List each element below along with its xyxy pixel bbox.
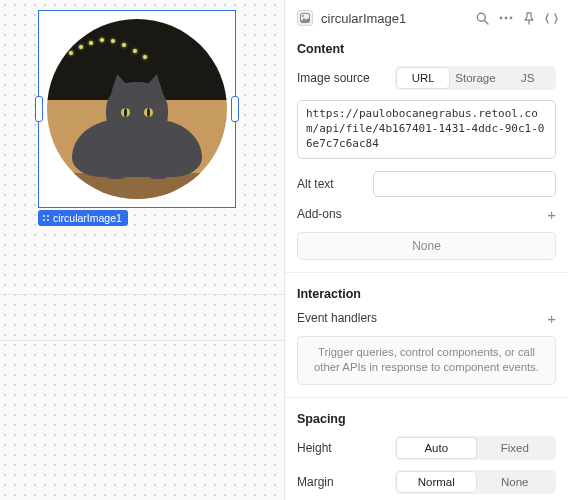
seg-margin-none[interactable]: None xyxy=(476,472,555,492)
svg-point-10 xyxy=(510,17,513,20)
expand-icon[interactable] xyxy=(545,13,558,24)
seg-margin-normal[interactable]: Normal xyxy=(397,472,476,492)
row-image-source: Image source URL Storage JS xyxy=(297,66,556,90)
label-addons: Add-ons xyxy=(297,207,342,221)
svg-point-1 xyxy=(47,215,49,217)
seg-js[interactable]: JS xyxy=(502,68,554,88)
string-lights-decor xyxy=(65,33,167,63)
segmented-height: Auto Fixed xyxy=(395,436,556,460)
row-event-handlers-header: Event handlers + xyxy=(297,311,556,326)
label-margin: Margin xyxy=(297,475,387,489)
search-icon[interactable] xyxy=(476,12,489,25)
svg-point-9 xyxy=(505,17,508,20)
add-event-handler-button[interactable]: + xyxy=(547,311,556,326)
row-margin: Margin Normal None xyxy=(297,470,556,494)
properties-panel: circularImage1 Content Image source URL … xyxy=(284,0,568,500)
component-type-icon xyxy=(297,10,313,26)
editor-canvas[interactable]: circularImage1 xyxy=(0,0,284,500)
seg-height-fixed[interactable]: Fixed xyxy=(476,438,555,458)
canvas-guide-line xyxy=(0,340,284,341)
seg-url[interactable]: URL xyxy=(397,68,449,88)
seg-height-auto[interactable]: Auto xyxy=(397,438,476,458)
circular-image xyxy=(47,19,227,199)
section-spacing: Spacing Height Auto Fixed Margin Normal … xyxy=(285,397,568,500)
seg-storage[interactable]: Storage xyxy=(449,68,501,88)
label-height: Height xyxy=(297,441,387,455)
svg-point-0 xyxy=(43,215,45,217)
label-image-source: Image source xyxy=(297,71,387,85)
section-content: Content Image source URL Storage JS http… xyxy=(285,34,568,268)
label-event-handlers: Event handlers xyxy=(297,311,377,325)
addons-empty-state[interactable]: None xyxy=(297,232,556,260)
row-height: Height Auto Fixed xyxy=(297,436,556,460)
canvas-guide-line xyxy=(0,294,284,295)
pin-icon[interactable] xyxy=(523,12,535,25)
section-interaction: Interaction Event handlers + Trigger que… xyxy=(285,272,568,394)
svg-point-5 xyxy=(302,15,304,17)
segmented-margin: Normal None xyxy=(395,470,556,494)
input-alt-text[interactable] xyxy=(373,171,556,197)
drag-handle-icon xyxy=(42,214,50,222)
label-alt-text: Alt text xyxy=(297,177,365,191)
row-alt-text: Alt text xyxy=(297,171,556,197)
section-title-content: Content xyxy=(297,42,556,56)
component-tag-label: circularImage1 xyxy=(53,212,122,224)
panel-title: circularImage1 xyxy=(321,11,468,26)
svg-point-2 xyxy=(43,219,45,221)
svg-point-8 xyxy=(500,17,503,20)
cat-illustration xyxy=(72,82,202,177)
row-addons-header: Add-ons + xyxy=(297,207,556,222)
component-tag[interactable]: circularImage1 xyxy=(38,210,128,226)
more-icon[interactable] xyxy=(499,16,513,20)
section-title-interaction: Interaction xyxy=(297,287,556,301)
input-image-url[interactable]: https://paulobocanegrabus.retool.com/api… xyxy=(297,100,556,159)
selected-component[interactable] xyxy=(38,10,236,208)
svg-line-7 xyxy=(484,20,488,24)
panel-header: circularImage1 xyxy=(285,6,568,34)
add-addon-button[interactable]: + xyxy=(547,207,556,222)
event-handlers-hint[interactable]: Trigger queries, control components, or … xyxy=(297,336,556,386)
segmented-image-source: URL Storage JS xyxy=(395,66,556,90)
section-title-spacing: Spacing xyxy=(297,412,556,426)
svg-point-3 xyxy=(47,219,49,221)
